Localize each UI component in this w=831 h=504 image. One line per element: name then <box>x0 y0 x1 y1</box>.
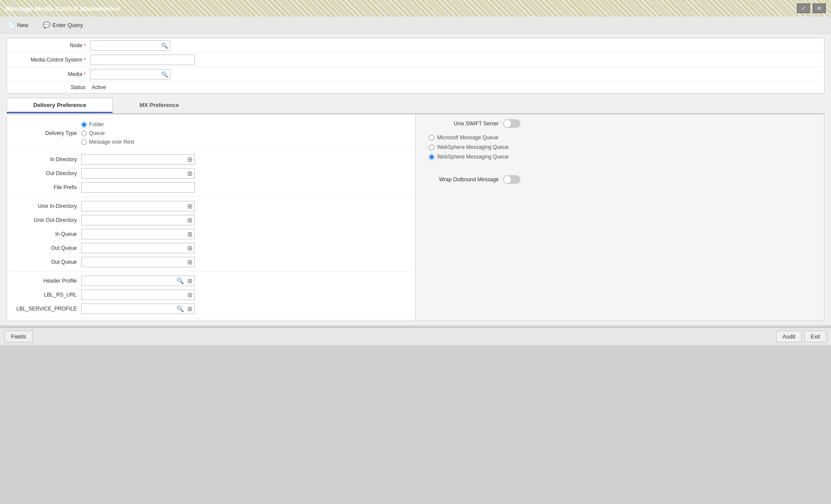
delivery-type-row: Delivery Type Folder Queue Message ov <box>7 120 411 146</box>
main-content: Node * 🔍 Media Control System * Media * <box>0 34 831 325</box>
node-label: Node * <box>11 42 90 48</box>
unix-in-directory-input-wrapper: ⊞ <box>81 201 195 211</box>
media-label: Media * <box>11 71 90 77</box>
header-profile-search-button[interactable]: 🔍 <box>175 277 186 284</box>
lbl-rs-url-input[interactable] <box>82 290 186 300</box>
lbl-service-profile-search-button[interactable]: 🔍 <box>175 305 186 312</box>
out-queue-1-browse-button[interactable]: ⊞ <box>186 245 194 252</box>
close-button[interactable]: ✕ <box>813 3 826 13</box>
footer-right-buttons: Audit Exit <box>776 331 827 342</box>
radio-queue[interactable]: Queue <box>81 130 134 136</box>
exit-button[interactable]: Exit <box>804 331 827 342</box>
out-queue-1-input[interactable] <box>82 243 186 253</box>
out-queue-1-label: Out Queue <box>11 245 81 251</box>
unix-out-directory-input[interactable] <box>82 215 186 225</box>
radio-rest[interactable]: Message over Rest <box>81 139 134 145</box>
out-directory-input[interactable] <box>82 169 186 178</box>
header-profile-msg-button[interactable]: ⊞ <box>186 277 194 284</box>
header-profile-label: Header Profile <box>11 278 81 284</box>
in-directory-input[interactable] <box>82 155 186 164</box>
unix-in-directory-input[interactable] <box>82 201 186 211</box>
media-control-system-row: Media Control System * <box>7 53 824 67</box>
file-prefix-row: File Prefix <box>7 180 415 194</box>
unix-out-directory-browse-button[interactable]: ⊞ <box>186 217 194 224</box>
node-input[interactable] <box>90 41 159 50</box>
out-queue-2-row: Out Queue ⊞ <box>7 255 415 269</box>
radio-websphere-2[interactable]: WebSphere Messaging Queue <box>420 152 820 162</box>
radio-ms-queue-input[interactable] <box>429 135 434 141</box>
in-queue-row: In Queue ⊞ <box>7 227 415 241</box>
radio-queue-input[interactable] <box>81 131 87 136</box>
tab-mx-preference[interactable]: MX Preference <box>113 98 205 113</box>
out-directory-browse-button[interactable]: ⊞ <box>186 170 194 177</box>
in-queue-browse-button[interactable]: ⊞ <box>186 231 194 238</box>
bottom-section: Header Profile 🔍 ⊞ LBL_RS_URL ⊞ LBL_S <box>7 272 415 318</box>
delivery-type-label: Delivery Type <box>11 130 81 136</box>
search-icon[interactable]: 🔍 <box>159 42 170 49</box>
lbl-rs-url-label: LBL_RS_URL <box>11 292 81 298</box>
new-button[interactable]: 📄 New <box>4 19 31 31</box>
radio-folder-input[interactable] <box>81 122 87 128</box>
lbl-rs-url-row: LBL_RS_URL ⊞ <box>7 288 415 302</box>
header-profile-row: Header Profile 🔍 ⊞ <box>7 274 415 288</box>
mx-radio-section: Microsoft Message Queue WebSphere Messag… <box>416 131 824 164</box>
search-icon[interactable]: 🔍 <box>159 71 170 78</box>
header-profile-input-wrapper: 🔍 ⊞ <box>81 276 195 286</box>
enter-query-label: Enter Query <box>52 22 83 28</box>
out-queue-2-input[interactable] <box>82 257 186 267</box>
status-row: Status Active <box>7 82 824 93</box>
radio-rest-input[interactable] <box>81 139 87 145</box>
out-directory-input-wrapper: ⊞ <box>81 168 195 179</box>
in-queue-input[interactable] <box>82 229 186 239</box>
header-profile-input[interactable] <box>82 276 175 286</box>
out-queue-2-label: Out Queue <box>11 259 81 265</box>
radio-websphere-2-input[interactable] <box>429 154 434 160</box>
wrap-outbound-toggle[interactable] <box>503 175 521 184</box>
unix-section: Unix In-Directory ⊞ Unix Out-Directory ⊞… <box>7 197 415 272</box>
lbl-service-profile-input[interactable] <box>82 304 175 314</box>
radio-ms-queue[interactable]: Microsoft Message Queue <box>420 133 820 142</box>
delivery-preference-panel: Delivery Type Folder Queue Message ov <box>7 114 416 321</box>
window-controls: ⤢ ✕ <box>797 3 826 13</box>
out-directory-row: Out Directory ⊞ <box>7 166 415 180</box>
unix-out-directory-row: Unix Out-Directory ⊞ <box>7 213 415 227</box>
status-value: Active <box>90 83 108 91</box>
lbl-rs-url-msg-button[interactable]: ⊞ <box>186 291 194 298</box>
toolbar: 📄 New 💬 Enter Query <box>0 17 831 34</box>
expand-button[interactable]: ⤢ <box>797 3 810 13</box>
radio-folder[interactable]: Folder <box>81 121 134 128</box>
unix-out-directory-input-wrapper: ⊞ <box>81 215 195 225</box>
in-directory-input-wrapper: ⊞ <box>81 154 195 165</box>
radio-websphere-1[interactable]: WebSphere Messaging Queue <box>420 142 820 152</box>
unix-out-directory-label: Unix Out-Directory <box>11 217 81 223</box>
tab-content: Delivery Type Folder Queue Message ov <box>7 114 824 321</box>
media-control-system-label: Media Control System * <box>11 57 90 63</box>
delivery-type-options: Folder Queue Message over Rest <box>81 121 134 145</box>
lbl-service-profile-input-wrapper: 🔍 ⊞ <box>81 304 195 314</box>
fields-button[interactable]: Fields <box>4 331 33 342</box>
tab-delivery-preference[interactable]: Delivery Preference <box>7 98 113 113</box>
in-directory-label: In Directory <box>11 156 81 162</box>
lbl-service-profile-msg-button[interactable]: ⊞ <box>186 305 194 312</box>
media-control-system-input[interactable] <box>92 56 193 64</box>
directory-section: In Directory ⊞ Out Directory ⊞ File Pref… <box>7 150 415 197</box>
media-control-system-input-wrapper <box>90 55 195 65</box>
file-prefix-input[interactable] <box>82 183 194 192</box>
radio-websphere-1-input[interactable] <box>429 145 434 150</box>
new-label: New <box>17 22 28 28</box>
media-row: Media * 🔍 <box>7 67 824 82</box>
audit-button[interactable]: Audit <box>776 331 802 342</box>
new-icon: 📄 <box>7 21 15 29</box>
in-directory-browse-button[interactable]: ⊞ <box>186 156 194 163</box>
unix-swift-toggle[interactable] <box>503 119 521 128</box>
wrap-outbound-row: Wrap Outbound Message <box>416 173 824 186</box>
unix-in-directory-browse-button[interactable]: ⊞ <box>186 203 194 210</box>
out-directory-label: Out Directory <box>11 170 81 176</box>
enter-query-button[interactable]: 💬 Enter Query <box>40 19 86 31</box>
out-queue-2-browse-button[interactable]: ⊞ <box>186 259 194 266</box>
delivery-type-section: Delivery Type Folder Queue Message ov <box>7 117 415 150</box>
in-queue-input-wrapper: ⊞ <box>81 229 195 239</box>
file-prefix-input-wrapper <box>81 182 195 193</box>
media-input[interactable] <box>90 69 159 79</box>
node-input-wrapper: 🔍 <box>90 40 170 51</box>
